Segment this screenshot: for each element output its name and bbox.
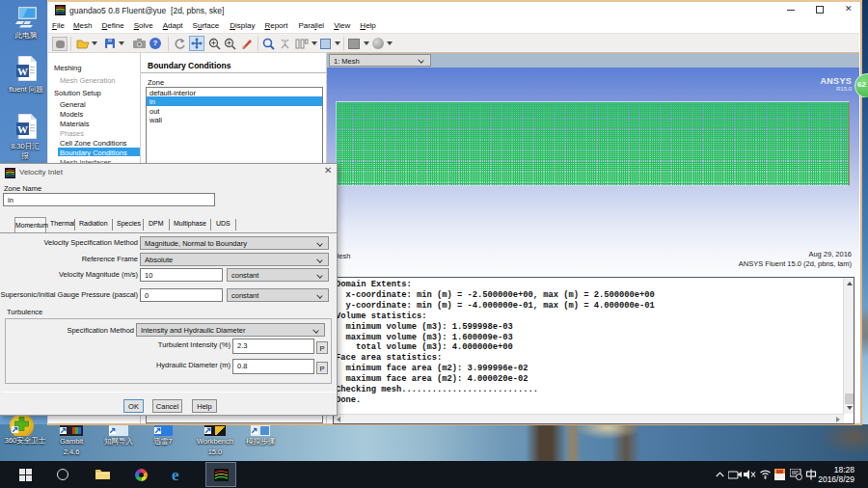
svg-text:W: W — [17, 123, 28, 135]
svg-text:W: W — [17, 66, 28, 77]
